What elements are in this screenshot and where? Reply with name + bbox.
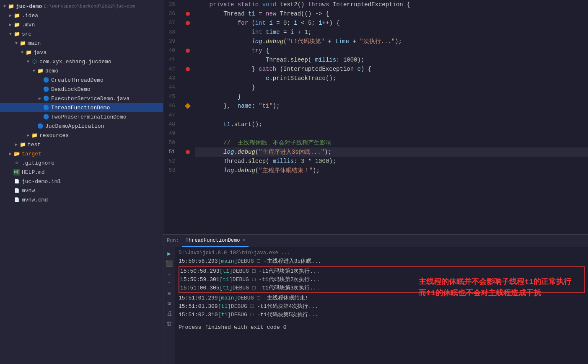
threadfunction-label: ThreadFunctionDemo <box>51 105 110 111</box>
sidebar-item-mvnw[interactable]: ▶ 📄 mvnw <box>0 186 163 195</box>
highlighted-output-box: 15:50:58.293 [t1] DEBUG □ - t1代码块第1次执行..… <box>179 266 585 293</box>
sidebar-item-help[interactable]: ▶ MD HELP.md <box>0 168 163 177</box>
sidebar-item-gitignore[interactable]: ▶ ⚙ .gitignore <box>0 158 163 168</box>
output-line-t1-1: 15:50:58.293 [t1] DEBUG □ - t1代码块第1次执行..… <box>179 267 584 276</box>
bp-53 <box>184 166 192 175</box>
bp-39 <box>184 37 192 46</box>
jucdemo-label: JucDemoApplication <box>45 123 104 129</box>
run-clear-button[interactable]: 🗑 <box>165 319 174 328</box>
sidebar-item-mvn[interactable]: ▶ 📁 .mvn <box>0 20 163 29</box>
sidebar-item-resources[interactable]: ▶ 📁 resources <box>0 131 163 140</box>
code-line-53: log.debug("主程序休眠结束！"); <box>195 166 588 175</box>
line-num-38: 38 <box>163 28 179 37</box>
line-num-46: 46 <box>163 101 179 111</box>
run-print-button[interactable]: 🖨 <box>165 309 174 318</box>
code-line-52: Thread.sleep( millis: 3 * 1000); <box>195 157 588 166</box>
jucdemo-icon: 🔵 <box>37 123 44 129</box>
sidebar-item-twophase[interactable]: ▶ 🔵 TwoPhaseTerminationDemo <box>0 112 163 121</box>
line-num-50: 50 <box>163 138 179 147</box>
run-tab-prefix: Run: <box>167 238 179 244</box>
line-num-40: 40 <box>163 46 179 55</box>
help-label: HELP.md <box>22 169 45 176</box>
sidebar-item-jucdemo[interactable]: ▶ 🔵 JucDemoApplication <box>0 121 163 131</box>
package-label: com.xyx_eshang.jucdemo <box>39 59 111 65</box>
run-output-wrapper: D:\Java\jdk1.8.0_102\bin\java.exe ... 15… <box>175 247 588 364</box>
sidebar-item-iml[interactable]: ▶ 📄 juc-demo.iml <box>0 177 163 186</box>
run-stop-button[interactable]: ⬛ <box>165 259 174 268</box>
code-line-42: } catch (InterruptedException e) { <box>195 65 588 74</box>
sidebar-item-main[interactable]: ▼ 📁 main <box>0 39 163 48</box>
line-num-49: 49 <box>163 129 179 138</box>
sidebar-item-test[interactable]: ▶ 📁 test <box>0 140 163 149</box>
sidebar-item-java[interactable]: ▼ 📁 java <box>0 48 163 57</box>
sidebar-item-package[interactable]: ▼ ⬡ com.xyx_eshang.jucdemo <box>0 57 163 66</box>
gitignore-label: .gitignore <box>22 160 54 166</box>
run-content: ▶ ⬛ ↓ ↑ ≡ ⌧ 🖨 🗑 D:\Java\jdk1.8.0_102\bin… <box>163 247 588 364</box>
run-play-button[interactable]: ▶ <box>165 249 174 258</box>
package-icon: ⬡ <box>31 58 38 65</box>
line-num-47: 47 <box>163 111 179 120</box>
tree-arrow-main: ▼ <box>13 41 19 46</box>
output-line-exit: Process finished with exit code 0 <box>179 323 585 332</box>
breakpoint-col <box>184 0 192 234</box>
run-tab-threadfunction[interactable]: ThreadFunctionDemo × <box>182 235 249 247</box>
bp-50 <box>184 138 192 147</box>
code-line-46: }, name: "t1"); <box>195 101 588 111</box>
code-line-44: } <box>195 83 588 92</box>
iml-icon: 📄 <box>13 178 20 185</box>
code-line-50: // 主线程休眠，不会对子线程产生影响 <box>195 138 588 147</box>
code-line-37: for (int i = 0; i < 5; i++) { <box>195 18 588 28</box>
output-line-t1-5: 15:51:02.310 [t1] DEBUG □ - t1代码块第5次执行..… <box>179 311 585 319</box>
code-line-49 <box>195 129 588 138</box>
run-tab-name: ThreadFunctionDemo <box>186 238 240 243</box>
mvnw-cmd-icon: 📄 <box>13 196 20 203</box>
run-panel: Run: ThreadFunctionDemo × ▶ ⬛ ↓ ↑ ≡ ⌧ 🖨 … <box>163 234 588 364</box>
sidebar-item-target[interactable]: ▶ 📂 target <box>0 149 163 158</box>
project-label: juc-demo <box>16 3 42 10</box>
bp-49 <box>184 129 192 138</box>
src-folder-icon: 📁 <box>13 31 20 37</box>
tree-arrow-idea: ▶ <box>8 13 13 18</box>
code-line-36: Thread t1 = new Thread(() -> { <box>195 9 588 18</box>
output-line-t1-3: 15:51:00.305 [t1] DEBUG □ - t1代码块第3次执行..… <box>179 284 584 292</box>
sidebar-item-demo[interactable]: ▼ 📁 demo <box>0 66 163 75</box>
help-icon: MD <box>13 169 20 176</box>
sidebar-item-project[interactable]: ▼ 📁 juc-demo E:\workspace\backend\2022\j… <box>0 2 163 11</box>
target-label: target <box>22 151 41 157</box>
mvnw-icon: 📄 <box>13 187 20 194</box>
run-up-button[interactable]: ↑ <box>165 279 174 288</box>
line-num-52: 52 <box>163 157 179 166</box>
demo-folder-icon: 📁 <box>37 67 44 74</box>
sidebar-item-createthread[interactable]: ▶ 🔵 CreateThreadDemo <box>0 75 163 85</box>
bp-40 <box>184 46 192 55</box>
idea-label: .idea <box>22 13 38 19</box>
run-down-button[interactable]: ↓ <box>165 269 174 278</box>
tree-arrow-project: ▼ <box>2 4 8 9</box>
line-num-53: 53 <box>163 166 179 175</box>
code-line-39: log.debug("t1代码块第" + time + "次执行..."); <box>195 37 588 46</box>
resources-label: resources <box>39 132 69 139</box>
java-label: java <box>34 49 47 56</box>
run-wrap-button[interactable]: ⌧ <box>165 299 174 308</box>
createthread-icon: 🔵 <box>43 77 49 83</box>
sidebar-item-threadfunction[interactable]: ▶ 🔵 ThreadFunctionDemo <box>0 103 163 112</box>
code-editor: 35 36 37 38 39 40 41 42 43 44 45 46 47 4… <box>163 0 588 234</box>
code-line-43: e.printStackTrace(); <box>195 74 588 83</box>
sidebar-item-deadlock[interactable]: ▶ 🔵 DeadLockDemo <box>0 85 163 94</box>
bp-38 <box>184 28 192 37</box>
right-panel: 35 36 37 38 39 40 41 42 43 44 45 46 47 4… <box>163 0 588 364</box>
code-lines[interactable]: private static void test2() throws Inter… <box>192 0 588 234</box>
sidebar-item-executor[interactable]: ▶ 🔵 ExecutorServiceDemo.java <box>0 94 163 103</box>
threadfunction-icon: 🔵 <box>43 104 49 111</box>
java-folder-icon: 📁 <box>25 49 32 56</box>
sidebar-item-idea[interactable]: ▶ 📁 .idea <box>0 11 163 20</box>
line-num-48: 48 <box>163 120 179 129</box>
bp-51 <box>184 147 192 157</box>
test-folder-icon: 📁 <box>19 141 26 148</box>
sidebar-item-mvnw-cmd[interactable]: ▶ 📄 mvnw.cmd <box>0 195 163 204</box>
bp-48 <box>184 120 192 129</box>
sidebar-item-src[interactable]: ▼ 📁 src <box>0 29 163 39</box>
run-menu-button[interactable]: ≡ <box>165 289 174 298</box>
run-tab-close-button[interactable]: × <box>242 238 245 243</box>
src-label: src <box>22 31 31 37</box>
